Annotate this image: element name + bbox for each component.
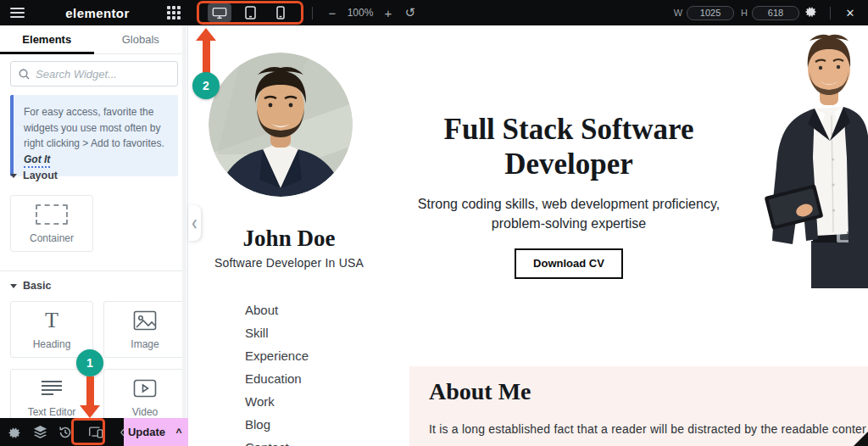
tablet-mode-button[interactable] <box>238 3 262 22</box>
zoom-out-button[interactable]: − <box>321 6 343 20</box>
download-cv-button[interactable]: Download CV <box>515 248 623 279</box>
menu-icon[interactable] <box>0 0 34 25</box>
got-it-link[interactable]: Got It <box>24 153 50 168</box>
text-editor-icon <box>40 377 64 399</box>
nav-item-skill[interactable]: Skill <box>245 321 309 344</box>
notice-text: For easy access, favorite the widgets yo… <box>24 106 164 149</box>
profile-subtitle: Software Developer In USA <box>196 256 382 270</box>
navigator-layers-icon[interactable] <box>27 418 53 446</box>
preview-canvas: John Doe Software Developer In USA About… <box>189 25 868 446</box>
avatar-photo-illustration <box>209 53 353 197</box>
section-basic[interactable]: Basic <box>10 280 51 292</box>
widget-card-heading[interactable]: T Heading <box>10 301 93 358</box>
topbar-divider <box>830 7 831 20</box>
zoom-in-button[interactable]: + <box>377 6 399 20</box>
nav-item-work[interactable]: Work <box>245 390 309 413</box>
mobile-mode-button[interactable] <box>269 3 292 22</box>
panel-collapse-handle[interactable]: ❮ <box>188 205 201 241</box>
section-basic-title: Basic <box>23 280 51 292</box>
nav-item-blog[interactable]: Blog <box>245 413 309 436</box>
panel-footer-toolbar: Update ^ <box>0 418 188 446</box>
video-icon <box>133 377 157 399</box>
desktop-mode-button[interactable] <box>208 3 231 22</box>
section-layout[interactable]: Layout <box>10 170 58 181</box>
profile-avatar <box>209 53 353 197</box>
widget-card-image[interactable]: Image <box>103 301 186 358</box>
widget-card-video[interactable]: Video <box>103 369 186 426</box>
panel-tabs: Elements Globals <box>0 25 187 54</box>
widget-label: Container <box>30 232 74 244</box>
widget-label: Image <box>131 338 159 350</box>
canvas-width-input[interactable] <box>687 6 734 20</box>
responsive-mode-icon[interactable] <box>83 418 108 446</box>
close-editor-icon[interactable]: ✕ <box>839 7 861 20</box>
desktop-icon <box>212 7 227 20</box>
about-text: It is a long established fact that a rea… <box>429 422 866 436</box>
search-input[interactable] <box>36 68 163 81</box>
editor-topbar: elementor − 100% + ↻ W H <box>0 0 868 25</box>
about-heading: About Me <box>429 378 531 405</box>
responsive-device-switcher <box>197 1 303 25</box>
update-zone: Update ^ <box>124 418 188 446</box>
collapse-caret-icon <box>10 174 17 178</box>
widgets-panel: Elements Globals For easy access, favori… <box>0 25 188 418</box>
about-section: About Me It is a long established fact t… <box>409 366 868 446</box>
elementor-logo: elementor <box>34 6 161 20</box>
reset-zoom-icon[interactable]: ↻ <box>399 5 421 20</box>
nav-item-contact[interactable]: Contact <box>245 436 309 446</box>
height-label: H <box>741 8 748 18</box>
search-icon <box>19 69 30 80</box>
widget-card-container[interactable]: Container <box>10 195 93 252</box>
container-icon <box>36 203 68 226</box>
widget-label: Video <box>132 406 158 418</box>
section-layout-title: Layout <box>23 170 58 181</box>
panel-scrollbar[interactable] <box>182 25 186 418</box>
widget-search[interactable] <box>10 61 178 86</box>
profile-name: John Doe <box>196 226 382 252</box>
widget-label: Text Editor <box>28 406 76 418</box>
image-icon <box>133 309 157 332</box>
width-label: W <box>674 8 682 18</box>
mouse-cursor-icon <box>850 429 868 446</box>
widget-card-text-editor[interactable]: Text Editor <box>10 369 93 426</box>
topbar-divider <box>312 7 313 20</box>
nav-item-experience[interactable]: Experience <box>245 344 309 367</box>
businessman-photo-illustration <box>755 31 868 288</box>
tablet-icon <box>245 6 256 20</box>
site-settings-gear-icon[interactable] <box>2 418 27 446</box>
zoom-level: 100% <box>343 7 377 19</box>
hero-subheading: Strong coding skills, web development pr… <box>399 194 738 233</box>
favorites-notice: For easy access, favorite the widgets yo… <box>10 95 178 176</box>
widget-label: Heading <box>33 338 71 350</box>
profile-nav-menu: About Skill Experience Education Work Bl… <box>245 298 309 446</box>
hero-photo <box>755 31 868 288</box>
heading-icon: T <box>45 309 58 332</box>
canvas-height-input[interactable] <box>752 6 799 20</box>
tab-globals[interactable]: Globals <box>94 25 188 53</box>
nav-item-about[interactable]: About <box>245 298 309 321</box>
update-button[interactable]: Update <box>124 426 170 438</box>
history-icon[interactable] <box>53 418 78 446</box>
update-options-chevron-icon[interactable]: ^ <box>170 426 188 438</box>
panel-divider <box>0 270 188 271</box>
preview-settings-gear-icon[interactable] <box>799 5 821 21</box>
apps-grid-icon[interactable] <box>161 0 186 25</box>
mobile-icon <box>276 6 285 20</box>
nav-item-education[interactable]: Education <box>245 367 309 390</box>
canvas-size-controls: W H ✕ <box>667 0 868 25</box>
collapse-caret-icon <box>10 284 17 288</box>
tab-elements[interactable]: Elements <box>0 25 94 53</box>
hero-section: Full Stack Software Developer Strong cod… <box>382 25 755 279</box>
hero-heading: Full Stack Software Developer <box>382 112 755 182</box>
